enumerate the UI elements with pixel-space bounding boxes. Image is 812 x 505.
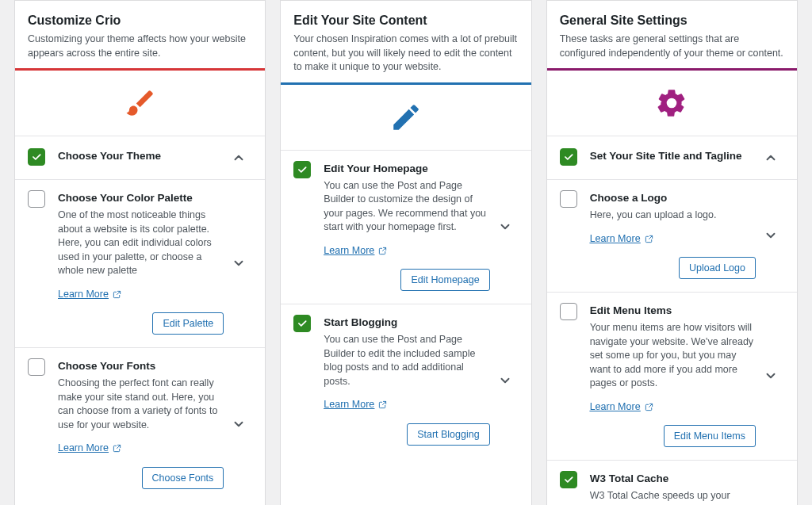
learn-more-link[interactable]: Learn More [324,398,489,412]
task-choose-logo: Choose a Logo Here, you can upload a log… [547,180,797,293]
learn-more-link[interactable]: Learn More [58,442,224,456]
learn-more-link[interactable]: Learn More [58,288,224,302]
column-header: Customize Crio Customizing your theme af… [15,1,265,71]
edit-homepage-button[interactable]: Edit Homepage [400,269,489,291]
column-general-settings: General Site Settings These tasks are ge… [546,0,798,505]
tasks-list: Set Your Site Title and Tagline Choose a… [547,136,797,505]
external-link-icon [113,290,121,299]
upload-logo-button[interactable]: Upload Logo [679,257,756,279]
task-color-palette: Choose Your Color Palette One of the mos… [15,180,265,348]
chevron-down-icon[interactable] [762,367,779,384]
task-desc: One of the most noticeable things about … [58,209,224,278]
task-start-blogging: Start Blogging You can use the Post and … [281,304,530,457]
task-edit-homepage: Edit Your Homepage You can use the Post … [281,151,530,304]
task-w3-total-cache: W3 Total Cache W3 Total Cache speeds up … [547,461,797,505]
column-desc: These tasks are general settings that ar… [560,33,784,60]
learn-more-link[interactable]: Learn More [324,244,489,258]
checkbox-icon[interactable] [293,315,311,332]
column-edit-content: Edit Your Site Content Your chosen Inspi… [280,0,531,505]
task-desc: Your menu items are how visitors will na… [590,321,756,391]
external-link-icon [378,247,387,255]
chevron-up-icon[interactable] [230,149,247,166]
column-desc: Customizing your theme affects how your … [28,33,252,60]
checkbox-icon[interactable] [560,303,577,320]
column-title: General Site Settings [560,12,784,29]
gear-icon [547,71,797,136]
link-label: Learn More [58,442,109,456]
checkbox-icon[interactable] [560,471,577,488]
edit-menu-items-button[interactable]: Edit Menu Items [664,425,756,447]
tasks-list: Edit Your Homepage You can use the Post … [281,151,530,458]
task-title: Start Blogging [324,316,489,331]
pencil-icon [281,85,530,151]
checkbox-icon[interactable] [28,148,45,166]
checkbox-icon[interactable] [560,190,577,208]
task-title: Set Your Site Title and Tagline [590,149,756,164]
external-link-icon [378,400,387,409]
edit-palette-button[interactable]: Edit Palette [152,312,224,335]
column-title: Edit Your Site Content [293,12,518,29]
column-desc: Your chosen Inspiration comes with a lot… [293,33,518,75]
task-choose-fonts: Choose Your Fonts Choosing the perfect f… [15,348,265,501]
onboarding-columns: Customize Crio Customizing your theme af… [0,0,812,505]
paintbrush-icon [15,71,265,136]
link-label: Learn More [58,288,109,302]
task-edit-menu: Edit Menu Items Your menu items are how … [547,293,797,461]
chevron-down-icon[interactable] [762,227,779,244]
link-label: Learn More [324,398,374,412]
task-title: Choose a Logo [590,191,756,206]
task-title: Edit Your Homepage [324,162,489,177]
task-title: W3 Total Cache [590,472,756,487]
column-header: Edit Your Site Content Your chosen Inspi… [281,1,530,85]
column-title: Customize Crio [28,12,252,29]
task-desc: Choosing the perfect font can really mak… [58,377,224,432]
chevron-down-icon[interactable] [496,372,514,389]
task-desc: You can use the Post and Page Builder to… [324,179,489,235]
link-label: Learn More [324,244,374,258]
task-choose-theme: Choose Your Theme [15,136,265,180]
checkbox-icon[interactable] [28,190,45,208]
external-link-icon [113,444,121,453]
learn-more-link[interactable]: Learn More [590,400,756,415]
chevron-up-icon[interactable] [762,149,779,166]
external-link-icon [645,403,653,411]
checkbox-icon[interactable] [293,161,311,178]
tasks-list: Choose Your Theme Choose Your Color Pale… [15,136,265,501]
checkbox-icon[interactable] [560,148,577,166]
task-title: Choose Your Theme [58,149,224,164]
choose-fonts-button[interactable]: Choose Fonts [142,467,224,489]
chevron-down-icon[interactable] [230,415,247,433]
link-label: Learn More [590,232,641,247]
column-header: General Site Settings These tasks are ge… [547,1,797,71]
task-desc: You can use the Post and Page Builder to… [324,333,489,388]
chevron-down-icon[interactable] [496,218,514,235]
task-title: Choose Your Color Palette [58,191,224,206]
task-title: Edit Menu Items [590,304,756,319]
learn-more-link[interactable]: Learn More [590,232,756,247]
column-customize: Customize Crio Customizing your theme af… [14,0,266,505]
task-desc: Here, you can upload a logo. [590,209,756,223]
chevron-down-icon[interactable] [230,254,247,272]
start-blogging-button[interactable]: Start Blogging [407,423,490,446]
task-title: Choose Your Fonts [58,359,224,374]
external-link-icon [645,235,653,243]
task-desc: W3 Total Cache speeds up your WordPress … [590,489,756,505]
task-site-title: Set Your Site Title and Tagline [547,136,797,180]
link-label: Learn More [590,400,641,415]
checkbox-icon[interactable] [28,358,45,376]
